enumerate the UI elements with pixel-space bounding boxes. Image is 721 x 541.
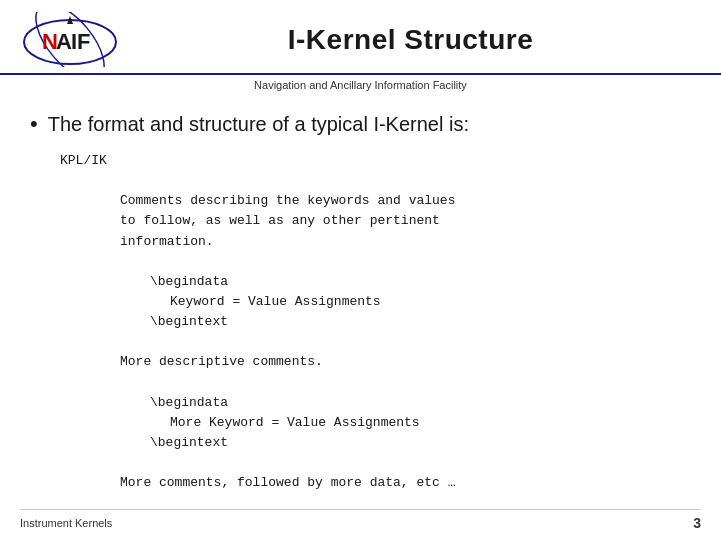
page-number: 3 bbox=[693, 515, 701, 531]
footer: Instrument Kernels 3 bbox=[20, 509, 701, 531]
code-line-7: \begintext bbox=[150, 312, 691, 332]
slide-title: I-Kernel Structure bbox=[120, 24, 701, 56]
header: N A IF I-Kernel Structure bbox=[0, 0, 721, 75]
svg-text:A: A bbox=[56, 29, 72, 54]
title-block: I-Kernel Structure bbox=[120, 24, 701, 56]
footer-left-label: Instrument Kernels bbox=[20, 517, 112, 529]
code-line-8: More descriptive comments. bbox=[120, 352, 691, 372]
code-line-5: \begindata bbox=[150, 272, 691, 292]
code-line-10: More Keyword = Value Assignments bbox=[170, 413, 691, 433]
naif-logo: N A IF bbox=[20, 12, 120, 67]
code-line-6: Keyword = Value Assignments bbox=[170, 292, 691, 312]
code-line-3: to follow, as well as any other pertinen… bbox=[120, 211, 691, 231]
code-line-9: \begindata bbox=[150, 393, 691, 413]
code-block: KPL/IK Comments describing the keywords … bbox=[60, 151, 691, 493]
code-line-1: KPL/IK bbox=[60, 151, 691, 171]
bullet-text: The format and structure of a typical I-… bbox=[48, 113, 469, 136]
main-content: • The format and structure of a typical … bbox=[0, 91, 721, 503]
code-line-2: Comments describing the keywords and val… bbox=[120, 191, 691, 211]
code-line-11: \begintext bbox=[150, 433, 691, 453]
subtitle: Navigation and Ancillary Information Fac… bbox=[20, 79, 701, 91]
code-line-4: information. bbox=[120, 232, 691, 252]
code-line-12: More comments, followed by more data, et… bbox=[120, 473, 691, 493]
bullet-item: • The format and structure of a typical … bbox=[30, 113, 691, 137]
svg-text:IF: IF bbox=[71, 29, 91, 54]
bullet-dot: • bbox=[30, 111, 38, 137]
